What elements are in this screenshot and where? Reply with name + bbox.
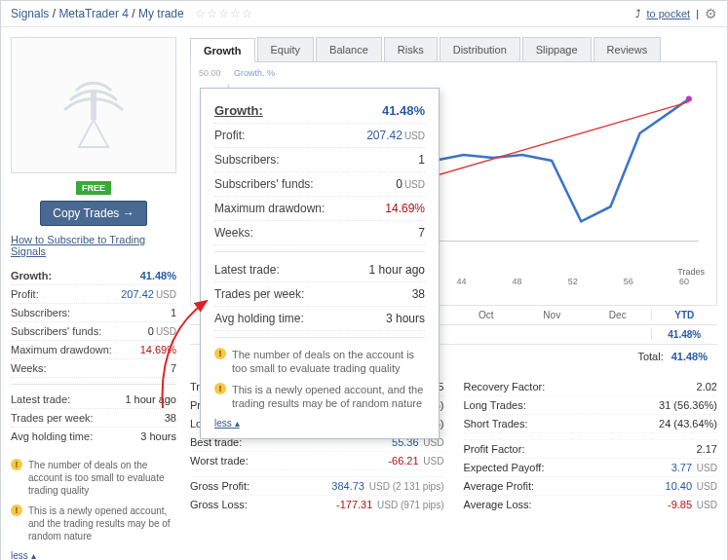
detail-row: Average Loss:-9.85 USD — [464, 496, 718, 513]
tab-slippage[interactable]: Slippage — [522, 37, 592, 61]
detail-row: Gross Loss:-177.31 USD (971 pips) — [190, 496, 444, 513]
less-link[interactable]: less ▴ — [11, 550, 36, 560]
detail-row: Short Trades:24 (43.64%) — [464, 415, 718, 433]
tabs: Growth Equity Balance Risks Distribution… — [190, 37, 717, 62]
rating-stars[interactable]: ☆☆☆☆☆ — [195, 7, 253, 20]
detail-row: Average Profit:10.40 USD — [464, 477, 718, 496]
detail-row — [464, 433, 718, 440]
detail-row — [190, 470, 444, 477]
growth-value: 41.48% — [140, 270, 176, 281]
detail-row: Recovery Factor:2.02 — [464, 378, 718, 396]
warning-icon: ! — [214, 383, 226, 394]
tab-risks[interactable]: Risks — [384, 37, 438, 61]
subscribers-value: 1 — [171, 307, 176, 318]
detail-row: Worst trade:-66.21 USD — [190, 452, 444, 470]
subscribe-help-link[interactable]: How to Subscribe to Trading Signals — [11, 234, 176, 257]
detail-row: Profit Factor:2.17 — [464, 440, 718, 459]
copy-trades-button[interactable]: Copy Trades → — [40, 201, 146, 226]
tab-reviews[interactable]: Reviews — [594, 37, 662, 61]
svg-rect-0 — [91, 91, 96, 120]
warning-icon: ! — [11, 504, 22, 516]
to-pocket-link[interactable]: to pocket — [647, 8, 691, 19]
breadcrumb: Signals / MetaTrader 4 / My trade ☆☆☆☆☆ — [11, 7, 253, 20]
detail-row: Long Trades:31 (56.36%) — [464, 396, 718, 415]
drawdown-value: 14.69% — [140, 344, 176, 355]
tab-balance[interactable]: Balance — [316, 37, 382, 61]
crumb-mytrade[interactable]: My trade — [138, 7, 184, 20]
tab-equity[interactable]: Equity — [257, 37, 315, 61]
stats-popup: Growth:41.48% Profit:207.42USD Subscribe… — [200, 88, 440, 439]
growth-label: Growth: — [11, 270, 52, 281]
detail-row: Expected Payoff:3.77 USD — [464, 459, 718, 477]
crumb-mt4[interactable]: MetaTrader 4 — [58, 7, 129, 20]
details-right: Recovery Factor:2.02Long Trades:31 (56.3… — [464, 378, 718, 513]
left-warnings: !The number of deals on the account is t… — [11, 455, 176, 560]
svg-point-4 — [686, 96, 692, 102]
share-icon[interactable]: ⤴ — [635, 8, 641, 19]
crumb-signals[interactable]: Signals — [11, 7, 49, 20]
less-link-popup[interactable]: less ▴ — [214, 418, 240, 429]
detail-row: Gross Profit:384.73 USD (2 131 pips) — [190, 477, 444, 496]
tab-growth[interactable]: Growth — [190, 38, 255, 62]
tab-distribution[interactable]: Distribution — [440, 37, 520, 61]
warning-icon: ! — [214, 348, 226, 359]
signal-avatar — [11, 37, 176, 173]
warning-icon: ! — [11, 459, 22, 470]
left-stats: Growth:41.48% Profit:207.42USD Subscribe… — [11, 267, 176, 445]
profit-value: 207.42 — [121, 288, 154, 300]
gear-icon[interactable]: ⚙ — [705, 6, 717, 21]
free-badge: FREE — [76, 181, 111, 195]
